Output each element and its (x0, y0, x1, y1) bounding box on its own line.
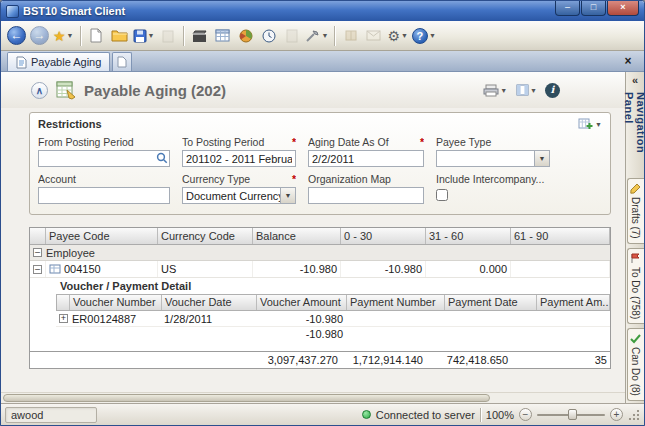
column-header[interactable]: Voucher Number (70, 295, 162, 310)
group-label: Employee (46, 247, 95, 259)
pie-chart-button[interactable] (235, 24, 256, 48)
tab-label: Payable Aging (31, 56, 101, 68)
open-folder-button[interactable] (109, 24, 130, 48)
column-header[interactable]: 0 - 30 (341, 228, 426, 244)
maximize-button[interactable] (581, 1, 606, 16)
nav-tab-cando[interactable]: Can Do (8) (627, 328, 644, 401)
expand-panel-icon[interactable]: « (628, 74, 643, 87)
grid-totals-row: 3,097,437.270 1,712,914.140 742,418.650 … (30, 351, 610, 368)
column-header[interactable]: Payee Code (46, 228, 158, 244)
horizontal-scrollbar[interactable] (1, 392, 625, 403)
column-header[interactable]: Payment Number (347, 295, 445, 310)
currency-type-dropdown[interactable]: Document Currency ▼ (182, 187, 296, 204)
include-intercompany-checkbox[interactable] (436, 189, 448, 201)
save-button[interactable]: ▼ (132, 24, 156, 48)
close-tab-icon[interactable]: × (620, 54, 636, 70)
field-organization-map: Organization Map (308, 173, 424, 204)
document-button[interactable] (281, 24, 302, 48)
new-document-button[interactable] (86, 24, 107, 48)
back-icon: ← (7, 26, 26, 45)
columns-icon (516, 84, 529, 96)
column-header[interactable]: Payment Am... (537, 295, 610, 310)
zoom-out-button[interactable]: − (519, 408, 532, 421)
tab-new[interactable] (112, 52, 132, 71)
slider-thumb[interactable] (568, 409, 577, 420)
printer-icon (483, 84, 499, 97)
total-61-90: 35 (511, 354, 610, 366)
field-to-posting-period: To Posting Period (182, 136, 296, 167)
pencil-icon (630, 183, 641, 194)
nav-tab-label: Drafts (7) (630, 197, 641, 239)
search-icon[interactable] (156, 152, 168, 164)
column-header[interactable]: 61 - 90 (511, 228, 610, 244)
tools-button[interactable]: ▼ (304, 24, 329, 48)
restrictions-title: Restrictions (38, 118, 602, 130)
zoom-in-button[interactable]: + (610, 408, 623, 421)
titlebar: BST10 Smart Client (1, 1, 644, 21)
scrollbar-thumb[interactable] (3, 394, 490, 402)
clapperboard-button[interactable] (189, 24, 210, 48)
total-0-30: 1,712,914.140 (341, 354, 426, 366)
aging-date-input[interactable] (308, 150, 424, 167)
logged-in-user: awood (5, 407, 97, 423)
column-header[interactable]: Voucher Amount (257, 295, 347, 310)
print-button[interactable]: ▼ (482, 78, 508, 102)
collapse-header-button[interactable]: ∧ (31, 82, 48, 99)
column-header[interactable]: Balance (253, 228, 341, 244)
content-area: ∧ Payable Aging (202) ▼ ▼ i Restrictions… (1, 72, 625, 403)
field-label: Payee Type (436, 136, 491, 148)
package-icon (344, 29, 358, 42)
total-balance: 3,097,437.270 (253, 354, 341, 366)
expand-row-icon[interactable] (59, 314, 68, 323)
organization-map-input[interactable] (308, 187, 424, 204)
tab-payable-aging[interactable]: Payable Aging (7, 52, 110, 71)
help-icon: ? (412, 28, 428, 44)
column-header[interactable]: Currency Code (158, 228, 253, 244)
paste-icon (161, 29, 175, 43)
layout-columns-button[interactable]: ▼ (515, 78, 538, 102)
resize-grip[interactable] (628, 409, 640, 421)
zoom-slider[interactable] (537, 408, 605, 421)
account-input[interactable] (38, 187, 170, 204)
favorites-button[interactable]: ★▼ (52, 24, 75, 48)
chevron-down-icon[interactable]: ▼ (280, 188, 295, 203)
chevron-down-icon[interactable]: ▼ (534, 151, 549, 166)
add-restriction-button[interactable]: ▼ (578, 117, 602, 131)
minimize-button[interactable] (555, 1, 580, 16)
back-button[interactable]: ← (6, 24, 27, 48)
nav-tab-drafts[interactable]: Drafts (7) (627, 178, 644, 244)
pie-chart-icon (239, 29, 253, 43)
clock-icon (262, 29, 276, 43)
spreadsheet-button[interactable] (212, 24, 233, 48)
statusbar: awood Connected to server 100% − + (1, 403, 644, 425)
nav-tab-todo[interactable]: To Do (758) (627, 248, 644, 324)
clapperboard-icon (192, 29, 207, 43)
settings-button[interactable]: ⚙▼ (386, 24, 409, 48)
payable-aging-grid: Payee Code Currency Code Balance 0 - 30 … (29, 227, 611, 369)
voucher-row[interactable]: ER00124887 1/28/2011 -10.980 (56, 311, 610, 327)
info-icon[interactable]: i (545, 83, 560, 98)
package-button[interactable] (340, 24, 361, 48)
column-header[interactable]: Voucher Date (162, 295, 257, 310)
aging-31-60-value: 0.000 (426, 261, 511, 277)
forward-button[interactable]: → (29, 24, 50, 48)
close-button[interactable] (607, 1, 639, 16)
collapse-group-icon[interactable] (33, 248, 42, 257)
group-row-employee[interactable]: Employee (30, 245, 610, 261)
column-header[interactable]: Payment Date (445, 295, 537, 310)
mail-button[interactable] (363, 24, 384, 48)
new-document-icon (89, 28, 103, 43)
help-button[interactable]: ?▼ (411, 24, 437, 48)
chevron-down-icon: ▼ (595, 121, 602, 128)
to-posting-period-input[interactable] (182, 150, 296, 167)
page-icon (117, 56, 127, 68)
paste-button[interactable] (157, 24, 178, 48)
payee-type-dropdown[interactable]: ▼ (436, 150, 550, 167)
detail-header-row: Voucher Number Voucher Date Voucher Amou… (56, 294, 610, 311)
clock-button[interactable] (258, 24, 279, 48)
payee-row[interactable]: 004150 US -10.980 -10.980 0.000 (30, 261, 610, 278)
collapse-row-icon[interactable] (33, 265, 42, 274)
from-posting-period-input[interactable] (38, 150, 170, 167)
column-header[interactable]: 31 - 60 (426, 228, 511, 244)
report-tab-icon (16, 56, 27, 69)
